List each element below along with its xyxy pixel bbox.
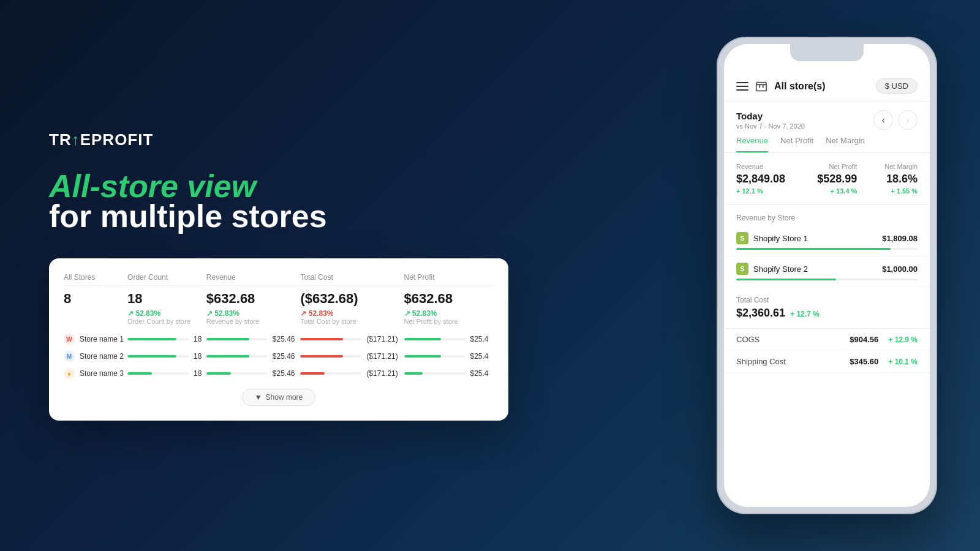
sub-net-profit: Net Profit by store [404,318,494,330]
order-bar-2: 18 [127,352,206,361]
phone-title: All store(s) [774,81,826,92]
total-all-stores: 8 [64,286,127,310]
store-progress-fill-1 [736,248,891,250]
revenue-val-1: $25.46 [273,335,295,343]
phone-screen: All store(s) $ USD Today vs Nov 7 - Nov … [724,44,930,507]
sub-order-count: Order Count by store [127,318,206,330]
store-progress-bar-2 [736,279,918,280]
shopify-icon-1: S [736,232,748,244]
delta-row: ↗ 52.83% ↗ 52.83% ↗ 52.83% ↗ 52.83% [64,309,494,318]
right-panel: All store(s) $ USD Today vs Nov 7 - Nov … [674,24,980,527]
phone-mockup: All store(s) $ USD Today vs Nov 7 - Nov … [717,37,937,514]
revenue-bar-3: $25.46 [206,369,301,378]
logo-text: TR↑EPROFIT [49,130,153,149]
shipping-right: $345.60 + 10.1 % [850,357,918,366]
tab-revenue[interactable]: Revenue [736,136,768,152]
metrics-section: Revenue $2,849.08 + 12.1 % Net Profit $5… [724,153,930,205]
store-revenue-item-1: S Shopify Store 1 $1,809.08 [724,226,930,257]
tab-net-profit[interactable]: Net Profit [780,136,813,152]
prev-arrow[interactable]: ‹ [873,110,893,130]
cost-row-cogs: COGS $904.56 + 12.9 % [724,329,930,351]
total-order-count: 18 [127,286,206,310]
cost-bar-1: ($171.21) [300,335,404,343]
metric-revenue: Revenue $2,849.08 + 12.1 % [736,163,797,195]
hamburger-icon[interactable] [736,82,748,91]
metric-net-margin-delta: + 1.55 % [857,187,918,195]
total-cost: ($632.68) [300,286,404,310]
show-more-button[interactable]: ▼ Show more [242,389,316,406]
subheadline: for multiple stores [49,199,625,234]
metric-net-margin-label: Net Margin [857,163,918,170]
revenue-bar-2: $25.46 [206,352,301,361]
total-net-profit: $632.68 [404,286,494,310]
currency-badge[interactable]: $ USD [876,78,918,94]
store-revenue-name-2: S Shopify Store 2 [736,263,808,275]
delta-revenue: ↗ 52.83% [206,309,301,318]
metric-net-profit: Net Profit $528.99 + 13.4 % [797,163,858,195]
revenue-bar-1: $25.46 [206,335,301,343]
cost-val-3: ($171.21) [366,369,398,378]
store-name-3: ♦ Store name 3 [64,368,127,379]
col-revenue: Revenue [206,273,301,286]
tab-net-margin[interactable]: Net Margin [826,136,865,152]
store-icon-2: M [64,351,75,362]
date-label: Today [736,111,805,121]
show-more-arrow-icon: ▼ [255,393,262,402]
totals-row: 8 18 $632.68 ($632.68) $632.68 [64,286,494,310]
order-bar-1: 18 [127,335,206,343]
delta-net-profit: ↗ 52.83% [404,309,494,318]
order-bar-3: 18 [127,369,206,378]
metric-net-margin: Net Margin 18.6% + 1.55 % [857,163,918,195]
total-revenue: $632.68 [206,286,301,310]
delta-order-count: ↗ 52.83% [127,309,206,318]
store-progress-bar-1 [736,248,918,250]
date-info: Today vs Nov 7 - Nov 7, 2020 [736,111,805,130]
logo-arrow: ↑ [72,130,80,149]
cost-bar-3: ($171.21) [300,369,404,378]
store-revenue-value-1: $1,809.08 [882,234,918,243]
col-net-profit: Net Profit [404,273,494,286]
sub-labels-row: Order Count by store Revenue by store To… [64,318,494,330]
sub-total-cost: Total Cost by store [300,318,404,330]
store-row-3: ♦ Store name 3 18 $25.46 [64,364,494,381]
store-revenue-name-1: S Shopify Store 1 [736,232,808,244]
total-cost-label: Total Cost [736,296,918,304]
cogs-value: $904.56 [850,335,878,344]
profit-bar-1: $25.4 [404,335,494,343]
shipping-value: $345.60 [850,357,878,366]
metric-revenue-label: Revenue [736,163,797,170]
total-cost-value: $2,360.61 + 12.7 % [736,307,918,320]
cost-bar-2: ($171.21) [300,352,404,361]
sub-revenue: Revenue by store [206,318,301,330]
store-revenue-header-1: S Shopify Store 1 $1,809.08 [736,232,918,244]
revenue-by-store-label: Revenue by Store [724,205,930,226]
metric-revenue-delta: + 12.1 % [736,187,797,195]
cogs-label: COGS [736,335,760,344]
delta-total-cost: ↗ 52.83% [300,309,404,318]
show-more-label: Show more [266,393,303,402]
show-more-section: ▼ Show more [64,389,494,406]
next-arrow[interactable]: › [898,110,918,130]
store-row-2: M Store name 2 18 $25.46 [64,347,494,364]
nav-arrows: ‹ › [873,110,918,130]
metric-revenue-value: $2,849.08 [736,173,797,186]
profit-val-2: $25.4 [470,352,489,361]
store-name-2: M Store name 2 [64,351,127,362]
dashboard-card: All Stores Order Count Revenue Total Cos… [49,258,508,421]
hero-section: All-store view for multiple stores [49,169,625,234]
order-val-3: 18 [194,369,202,378]
shipping-label: Shipping Cost [736,357,786,366]
dashboard-table: All Stores Order Count Revenue Total Cos… [64,273,494,381]
store-icon-3: ♦ [64,368,75,379]
store-header-icon [755,80,768,93]
date-nav: Today vs Nov 7 - Nov 7, 2020 ‹ › [724,102,930,136]
profit-bar-3: $25.4 [404,369,494,378]
shopify-icon-2: S [736,263,748,275]
col-all-stores: All Stores [64,273,127,286]
cost-val-2: ($171.21) [366,352,398,361]
store-revenue-item-2: S Shopify Store 2 $1,000.00 [724,257,930,287]
store-progress-fill-2 [736,279,836,280]
metric-net-profit-delta: + 13.4 % [797,187,858,195]
phone-content: All store(s) $ USD Today vs Nov 7 - Nov … [724,44,930,507]
store-row-1: W Store name 1 18 $25.46 [64,330,494,347]
